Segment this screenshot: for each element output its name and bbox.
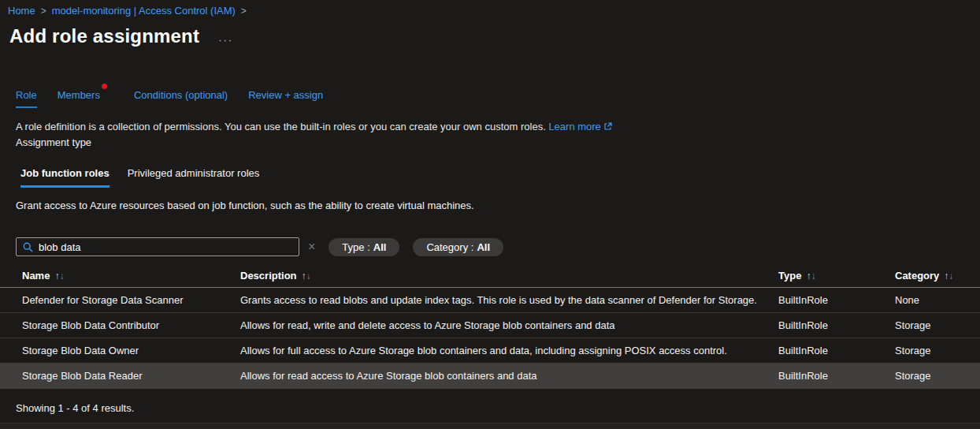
sort-icon: ↑↓ xyxy=(806,270,815,282)
role-category: Storage xyxy=(895,345,980,356)
tab-conditions[interactable]: Conditions (optional) xyxy=(134,89,228,106)
breadcrumb-home-link[interactable]: Home xyxy=(8,5,35,17)
sort-icon: ↑↓ xyxy=(302,270,311,282)
assignment-type-label: Assignment type xyxy=(16,136,980,148)
role-type: BuiltInRole xyxy=(778,319,895,331)
role-type: BuiltInRole xyxy=(778,294,895,306)
table-row-defender-storage-data-scanner[interactable]: Defender for Storage Data Scanner Grants… xyxy=(0,288,980,313)
breadcrumb-chevron-icon: > xyxy=(241,6,247,17)
bottom-pane-edge xyxy=(0,423,980,429)
breadcrumb: Home > model-monitoring | Access Control… xyxy=(0,0,980,17)
grant-access-description: Grant access to Azure resources based on… xyxy=(16,200,980,211)
results-count-text: Showing 1 - 4 of 4 results. xyxy=(16,402,980,414)
table-row-storage-blob-data-contributor[interactable]: Storage Blob Data Contributor Allows for… xyxy=(0,313,980,338)
subtab-job-function-roles[interactable]: Job function roles xyxy=(20,167,110,188)
role-type: BuiltInRole xyxy=(778,345,895,356)
filter-category-value: All xyxy=(477,241,490,253)
role-name: Storage Blob Data Contributor xyxy=(0,319,240,331)
learn-more-link[interactable]: Learn more xyxy=(548,121,611,132)
sort-icon: ↑↓ xyxy=(944,270,953,282)
role-description: Allows for read, write and delete access… xyxy=(240,319,778,331)
members-alert-dot xyxy=(102,84,107,89)
wizard-tabbar: Role Members Conditions (optional) Revie… xyxy=(16,89,980,108)
column-header-name[interactable]: Name↑↓ xyxy=(0,270,240,282)
subtab-privileged-admin-roles[interactable]: Privileged administrator roles xyxy=(128,167,260,188)
role-description: Allows for full access to Azure Storage … xyxy=(240,345,778,356)
clear-search-icon[interactable]: × xyxy=(308,241,315,253)
role-type: BuiltInRole xyxy=(778,370,895,382)
intro-text: A role definition is a collection of per… xyxy=(16,121,546,132)
role-search-box[interactable] xyxy=(16,237,299,256)
page-header: Add role assignment ··· xyxy=(9,25,980,47)
tab-members[interactable]: Members xyxy=(58,89,100,106)
search-filter-row: × Type :All Category :All xyxy=(16,237,980,256)
table-row-storage-blob-data-reader[interactable]: Storage Blob Data Reader Allows for read… xyxy=(0,364,980,389)
filter-pill-type[interactable]: Type :All xyxy=(329,238,399,256)
column-category-label: Category xyxy=(895,270,939,282)
column-type-label: Type xyxy=(778,270,801,282)
learn-more-label: Learn more xyxy=(548,121,600,132)
tab-review-assign[interactable]: Review + assign xyxy=(248,89,323,106)
roles-table-header: Name↑↓ Description↑↓ Type↑↓ Category↑↓ xyxy=(0,263,980,288)
table-row-storage-blob-data-owner[interactable]: Storage Blob Data Owner Allows for full … xyxy=(0,338,980,364)
page-title: Add role assignment xyxy=(9,25,199,47)
column-header-category[interactable]: Category↑↓ xyxy=(895,270,980,282)
tab-role[interactable]: Role xyxy=(16,89,37,108)
column-description-label: Description xyxy=(240,270,297,282)
filter-pill-category[interactable]: Category :All xyxy=(413,238,503,256)
role-description: Grants access to read blobs and update i… xyxy=(240,294,778,306)
role-category: Storage xyxy=(895,370,980,382)
column-header-description[interactable]: Description↑↓ xyxy=(240,270,778,282)
role-description: Allows for read access to Azure Storage … xyxy=(240,370,778,382)
filter-type-label: Type : xyxy=(342,241,369,253)
roles-table: Name↑↓ Description↑↓ Type↑↓ Category↑↓ D… xyxy=(0,263,980,389)
role-category: Storage xyxy=(895,319,980,331)
sort-icon: ↑↓ xyxy=(54,270,64,282)
role-category: None xyxy=(895,294,980,306)
role-definition-intro: A role definition is a collection of per… xyxy=(16,121,980,133)
tab-members-label: Members xyxy=(58,89,100,101)
column-name-label: Name xyxy=(22,270,50,282)
role-name: Storage Blob Data Owner xyxy=(0,345,240,356)
role-type-subtabs: Job function roles Privileged administra… xyxy=(20,167,980,188)
filter-category-label: Category : xyxy=(426,241,473,253)
role-name: Storage Blob Data Reader xyxy=(0,370,240,382)
role-search-input[interactable] xyxy=(39,241,292,253)
column-header-type[interactable]: Type↑↓ xyxy=(778,270,895,282)
breadcrumb-chevron-icon: > xyxy=(41,6,46,17)
role-name: Defender for Storage Data Scanner xyxy=(0,294,240,306)
more-options-icon[interactable]: ··· xyxy=(218,28,233,45)
external-link-icon xyxy=(603,121,612,133)
breadcrumb-resource-link[interactable]: model-monitoring | Access Control (IAM) xyxy=(52,5,236,17)
filter-type-value: All xyxy=(373,241,387,253)
search-icon xyxy=(23,242,33,252)
